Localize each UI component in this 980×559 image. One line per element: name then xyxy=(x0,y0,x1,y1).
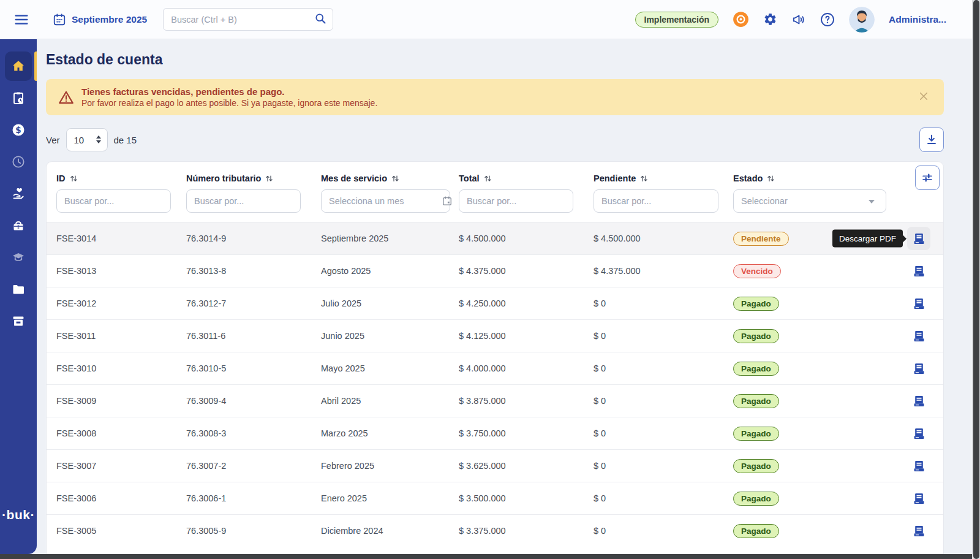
table-row[interactable]: FSE-3013 76.3013-8 Agosto 2025 $ 4.375.0… xyxy=(47,254,943,287)
select-arrows-icon xyxy=(96,135,101,143)
table-row[interactable]: FSE-3012 76.3012-7 Julio 2025 $ 4.250.00… xyxy=(47,287,943,319)
alert-close-button[interactable] xyxy=(916,88,932,106)
column-header-total[interactable]: Total xyxy=(459,173,594,183)
search-icon xyxy=(314,12,326,25)
status-badge: Pagado xyxy=(733,524,779,538)
cell-total: $ 3.625.000 xyxy=(459,461,594,471)
cell-tax-number: 76.3006-1 xyxy=(186,493,321,503)
download-pdf-button[interactable] xyxy=(907,259,930,283)
status-badge: Pagado xyxy=(733,427,779,441)
cell-id: FSE-3005 xyxy=(56,526,186,536)
download-pdf-button[interactable] xyxy=(907,519,930,542)
cell-pending: $ 0 xyxy=(594,331,733,341)
sidebar-item-wellness[interactable] xyxy=(0,179,37,208)
cell-id: FSE-3009 xyxy=(56,396,186,406)
period-selector[interactable]: Septiembre 2025 xyxy=(53,13,147,26)
cell-service-month: Diciembre 2024 xyxy=(321,526,459,536)
cell-tax-number: 76.3014-9 xyxy=(186,234,321,243)
download-pdf-button[interactable] xyxy=(907,389,930,413)
filter-pending-input[interactable] xyxy=(594,189,718,213)
menu-toggle-button[interactable] xyxy=(12,10,31,29)
table-row[interactable]: FSE-3006 76.3006-1 Enero 2025 $ 3.500.00… xyxy=(47,482,943,514)
filter-total-input[interactable] xyxy=(459,189,573,213)
clipboard-clock-icon xyxy=(11,91,26,105)
status-badge: Pendiente xyxy=(733,232,789,246)
page-size-select[interactable]: 10 xyxy=(66,128,108,151)
download-pdf-button[interactable] xyxy=(907,292,930,315)
alert-message: Por favor realiza el pago lo antes posib… xyxy=(81,98,377,108)
table-row[interactable]: FSE-3005 76.3005-9 Diciembre 2024 $ 3.37… xyxy=(47,514,943,547)
settings-button[interactable] xyxy=(763,12,777,26)
download-all-button[interactable] xyxy=(919,127,944,152)
column-header-tax-number[interactable]: Número tributario xyxy=(186,173,321,183)
table-row[interactable]: FSE-3011 76.3011-6 Junio 2025 $ 4.125.00… xyxy=(47,319,943,352)
column-settings-button[interactable] xyxy=(915,165,940,190)
table-row[interactable]: FSE-3010 76.3010-5 Mayo 2025 $ 4.000.000… xyxy=(47,352,943,384)
cell-id: FSE-3013 xyxy=(56,266,186,276)
cell-pending: $ 0 xyxy=(594,363,733,373)
column-header-id[interactable]: ID xyxy=(56,173,186,183)
sidebar-item-payments[interactable]: $ xyxy=(0,115,37,145)
filter-id-input[interactable] xyxy=(56,189,171,213)
buk-logo: ·buk· xyxy=(2,508,35,522)
hand-heart-icon xyxy=(11,186,26,201)
gear-icon xyxy=(763,12,777,26)
cell-tax-number: 76.3012-7 xyxy=(186,299,321,308)
filter-month-input[interactable] xyxy=(321,189,450,213)
cell-total: $ 4.250.000 xyxy=(459,299,594,308)
status-badge: Pagado xyxy=(733,297,779,311)
vertical-scrollbar[interactable] xyxy=(972,0,980,559)
cell-pending: $ 0 xyxy=(594,428,733,438)
table-row[interactable]: FSE-3009 76.3009-4 Abril 2025 $ 3.875.00… xyxy=(47,384,943,417)
download-pdf-button[interactable] xyxy=(907,487,930,510)
sidebar-item-tasks[interactable] xyxy=(0,83,37,113)
announcements-button[interactable] xyxy=(791,12,806,27)
user-name[interactable]: Administra... xyxy=(889,14,946,25)
sidebar-item-training[interactable] xyxy=(0,243,37,272)
invoice-icon xyxy=(913,427,925,440)
avatar-image xyxy=(849,7,875,32)
help-button[interactable] xyxy=(820,12,835,27)
gift-basket-icon xyxy=(11,218,26,233)
cell-tax-number: 76.3010-5 xyxy=(186,363,321,373)
status-badge: Pagado xyxy=(733,329,779,343)
column-header-service-month[interactable]: Mes de servicio xyxy=(321,173,459,183)
column-header-pending[interactable]: Pendiente xyxy=(594,173,733,183)
clock-icon xyxy=(11,154,26,169)
download-pdf-button[interactable] xyxy=(907,227,930,250)
status-badge: Vencido xyxy=(733,264,781,278)
pager-prefix: Ver xyxy=(46,135,60,145)
cell-pending: $ 0 xyxy=(594,299,733,308)
table-header: ID Número tributario Mes de servicio Tot… xyxy=(47,162,943,186)
sidebar-item-home[interactable] xyxy=(0,51,37,81)
filter-tax-number-input[interactable] xyxy=(186,189,301,213)
messenger-button[interactable] xyxy=(733,11,749,28)
column-header-status[interactable]: Estado xyxy=(733,173,904,183)
table-row[interactable]: FSE-3008 76.3008-3 Marzo 2025 $ 3.750.00… xyxy=(47,417,943,449)
cell-total: $ 4.000.000 xyxy=(459,363,594,373)
scrollbar-thumb[interactable] xyxy=(973,0,979,559)
download-pdf-button[interactable] xyxy=(907,357,930,380)
filter-status-select[interactable] xyxy=(733,189,886,213)
table-row[interactable]: FSE-3014 76.3014-9 Septiembre 2025 $ 4.5… xyxy=(47,222,943,254)
avatar[interactable] xyxy=(849,7,875,32)
dollar-icon: $ xyxy=(11,123,26,137)
download-pdf-button[interactable] xyxy=(907,454,930,477)
sidebar-item-documents[interactable] xyxy=(0,275,37,304)
table-toolbar: Ver 10 de 15 xyxy=(46,127,944,152)
period-label: Septiembre 2025 xyxy=(72,14,147,25)
download-pdf-button[interactable] xyxy=(907,422,930,445)
cell-service-month: Enero 2025 xyxy=(321,493,459,503)
status-badge: Pagado xyxy=(733,394,779,408)
search-input[interactable] xyxy=(163,8,333,31)
invoice-icon xyxy=(913,362,925,375)
table-row[interactable]: FSE-3007 76.3007-2 Febrero 2025 $ 3.625.… xyxy=(47,449,943,482)
horizontal-scrollbar[interactable] xyxy=(0,554,980,559)
sidebar-item-benefits[interactable] xyxy=(0,211,37,240)
cell-id: FSE-3011 xyxy=(56,331,186,341)
cell-tax-number: 76.3008-3 xyxy=(186,428,321,438)
download-pdf-button[interactable] xyxy=(907,324,930,348)
search-button[interactable] xyxy=(311,10,330,28)
sidebar-item-time[interactable] xyxy=(0,147,37,177)
sidebar-item-marketplace[interactable] xyxy=(0,306,37,336)
